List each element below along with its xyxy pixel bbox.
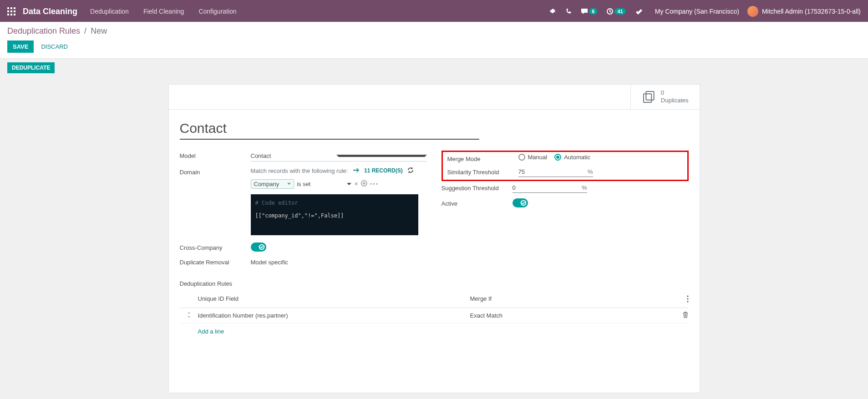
active-toggle[interactable] [513,198,528,207]
similarity-threshold-input[interactable] [518,167,582,177]
deduplicate-button[interactable]: DEDUPLICATE [7,62,55,73]
navbar: Data Cleaning Deduplication Field Cleani… [0,1,868,22]
domain-label: Domain [180,167,251,176]
discard-button[interactable]: DISCARD [41,43,68,50]
model-select[interactable]: Contact [251,151,427,162]
apps-icon[interactable] [7,7,15,15]
kebab-icon[interactable] [687,297,689,304]
avatar [747,6,758,17]
status-bar: DEDUPLICATE [0,59,868,77]
svg-rect-11 [644,94,651,102]
user-menu[interactable]: Mitchell Admin (17532673-15-0-all) [747,6,861,17]
breadcrumb-parent[interactable]: Deduplication Rules [7,26,80,35]
svg-rect-8 [14,14,15,15]
drag-handle-icon[interactable] [180,312,198,318]
code-editor[interactable]: # Code editor [["company_id","!=",False]… [251,194,418,235]
duplicates-label: Duplicates [661,97,689,105]
duplicates-stat-button[interactable]: 0 Duplicates [630,85,700,109]
menu-field-cleaning[interactable]: Field Cleaning [143,8,184,15]
activities-badge: 41 [614,8,625,15]
merge-mode-manual[interactable]: Manual [518,154,548,161]
domain-field-chip[interactable]: Company [251,179,294,189]
company-selector[interactable]: My Company (San Francisco) [655,8,739,15]
duplicate-removal-value: Model specific [251,257,427,266]
svg-rect-6 [7,14,9,15]
breadcrumb: Deduplication Rules / New [7,26,861,36]
rules-table: Unique ID Field Merge If Identification … [180,292,689,339]
page-title[interactable]: Contact [180,121,479,140]
suggestion-threshold-input[interactable] [513,183,576,192]
table-row[interactable]: Identification Number (res.partner) Exac… [180,308,689,323]
domain-operator[interactable]: is set [297,181,351,187]
svg-rect-5 [14,10,15,12]
delete-row-icon[interactable] [670,312,689,319]
svg-point-15 [687,295,688,297]
add-icon[interactable] [361,180,367,188]
duplicate-removal-label: Duplicate Removal [180,257,251,266]
record-count[interactable]: 11 RECORD(S) [364,167,403,174]
merge-mode-automatic[interactable]: Automatic [554,154,590,161]
svg-rect-1 [10,7,12,9]
add-line-link[interactable]: Add a line [198,328,224,335]
svg-rect-0 [7,7,9,9]
svg-rect-7 [10,14,12,15]
phone-icon[interactable] [565,8,572,15]
radio-icon [518,154,525,161]
dedup-rules-section: Deduplication Rules [180,280,689,287]
debug-icon[interactable] [549,8,556,15]
radio-icon [554,154,561,161]
model-label: Model [180,151,251,159]
caret-down-icon [347,183,351,185]
suggestion-threshold-label: Suggestion Threshold [442,183,513,192]
row-merge-value: Exact Match [470,312,670,319]
merge-mode-label: Merge Mode [447,154,518,162]
caret-down-icon [287,183,291,185]
tools-icon[interactable] [635,8,642,15]
breadcrumb-current: New [91,26,107,35]
messages-icon[interactable]: 6 [581,8,597,15]
svg-rect-4 [10,10,12,12]
cross-company-label: Cross-Company [180,242,251,251]
menu-configuration[interactable]: Configuration [198,8,236,15]
cross-company-toggle[interactable] [251,242,266,252]
form-sheet: 0 Duplicates Contact Model Contact [168,84,700,393]
more-icon[interactable]: ••• [370,181,379,187]
messages-badge: 6 [589,8,597,15]
arrow-right-icon[interactable] [353,167,360,174]
col-unique-id: Unique ID Field [198,295,470,304]
duplicates-count: 0 [661,89,689,97]
refresh-icon[interactable] [407,167,414,175]
control-panel: Deduplication Rules / New SAVE DISCARD [0,22,868,59]
domain-text: Match records with the following rule: [251,167,348,174]
svg-rect-2 [14,7,15,9]
user-name: Mitchell Admin (17532673-15-0-all) [762,8,861,15]
svg-rect-10 [646,91,654,100]
svg-rect-3 [7,10,9,12]
highlight-box: Merge Mode Manual Automatic [442,151,689,181]
svg-point-16 [687,298,688,299]
app-brand[interactable]: Data Cleaning [23,7,77,16]
menu-deduplication[interactable]: Deduplication [90,8,129,15]
col-merge-if: Merge If [470,295,670,304]
remove-icon[interactable]: × [354,180,358,187]
active-label: Active [442,198,513,207]
row-field-value: Identification Number (res.partner) [198,312,470,319]
similarity-threshold-label: Similarity Threshold [447,167,518,176]
activities-icon[interactable]: 41 [606,8,625,15]
copy-icon [642,90,656,104]
svg-point-17 [687,301,688,302]
caret-down-icon [336,155,427,157]
save-button[interactable]: SAVE [7,40,34,53]
